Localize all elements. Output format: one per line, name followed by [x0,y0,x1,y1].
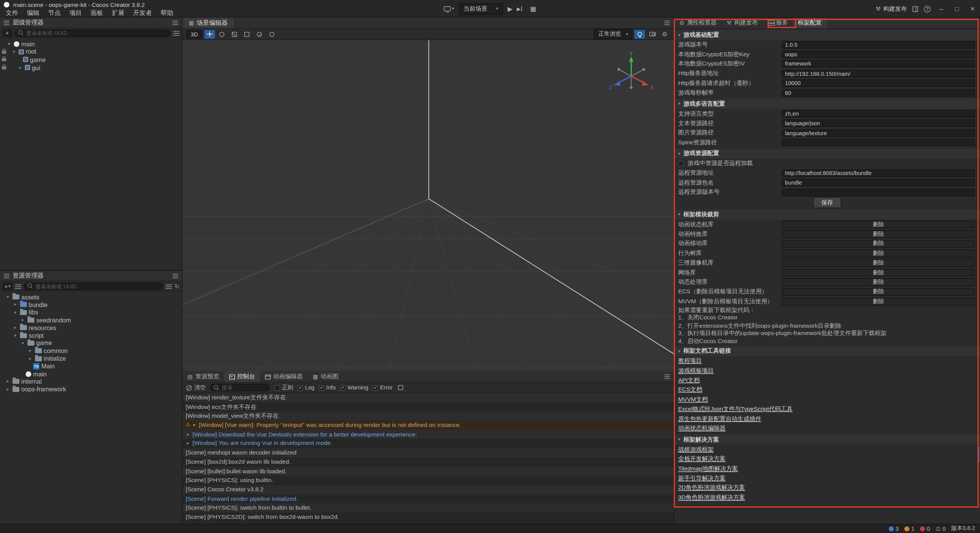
collapse-arrow-icon[interactable] [28,348,33,353]
tab-services[interactable]: 服务 [763,18,793,28]
expand-arrow-icon[interactable] [20,341,26,346]
regex-checkbox[interactable] [274,385,280,391]
hierarchy-node-main[interactable]: main [0,40,182,48]
doc-link[interactable]: API文档 [678,376,699,384]
filter-info[interactable]: Info [319,384,336,391]
hierarchy-node-gui[interactable]: gui [0,64,182,72]
collapse-arrow-icon[interactable] [20,317,26,322]
expand-arrow-icon[interactable] [5,294,11,299]
doc-link[interactable]: ECS文档 [678,386,702,394]
solution-link[interactable]: Tiledmap地图解决方案 [678,465,738,473]
console-log-row[interactable]: [Scene] [PHYSICS]: switch from builtin t… [183,504,674,513]
filter-log[interactable]: Log [297,384,314,391]
step-button[interactable] [517,6,522,12]
info-checkbox[interactable] [319,385,325,391]
languages-input[interactable] [782,110,975,118]
camera-settings-button[interactable] [647,30,658,39]
minimize-button[interactable] [936,5,946,12]
doc-link[interactable]: 动画状态机编辑器 [678,425,725,433]
console-log-row[interactable]: [Scene] [box2d]:box2d wasm lib loaded. [183,458,674,467]
console-log-row[interactable]: [Scene] Cocos Creator v3.8.2 [183,485,674,494]
asset-node-bundle[interactable]: bundle [0,301,182,309]
lock-icon[interactable] [2,66,6,69]
menu-panel[interactable]: 面板 [86,9,108,18]
log-checkbox[interactable] [297,385,303,391]
menu-edit[interactable]: 编辑 [23,9,44,18]
lock-icon[interactable] [2,51,6,54]
console-log-list[interactable]: [Window] render_texture文件夹不存在 [Window] e… [183,393,674,524]
error-count-badge[interactable]: 0 [920,526,930,532]
console-log-row[interactable]: [Window] ecs文件夹不存在 [183,402,674,412]
panel-menu-icon[interactable] [665,374,670,379]
console-search-input[interactable] [222,384,266,391]
crypto-iv-input[interactable] [782,60,975,68]
console-search[interactable] [210,384,270,391]
coordinate-toggle-button[interactable] [266,30,277,39]
menu-project[interactable]: 项目 [65,9,87,18]
menu-developer[interactable]: 开发者 [129,9,156,18]
panel-menu-icon[interactable] [173,20,178,25]
inspector-scrollbar[interactable] [977,446,979,463]
regex-toggle[interactable]: 正则 [274,384,293,392]
hierarchy-node-root[interactable]: root [0,48,182,56]
create-asset-button[interactable] [3,282,13,290]
expand-arrow-icon[interactable] [13,310,18,315]
panel-menu-icon[interactable] [665,21,670,25]
collapse-arrow-icon[interactable] [13,302,18,307]
asset-node-assets[interactable]: assets [0,293,182,301]
move-tool-button[interactable] [204,30,215,39]
sort-assets-icon[interactable] [15,283,21,288]
scale-tool-button[interactable] [229,30,240,39]
assets-filter-icon[interactable] [166,283,172,288]
collapse-arrow-icon[interactable] [13,325,18,330]
console-log-row[interactable]: [Scene] [PHYSICS2D]: switch from box2d-w… [183,513,674,522]
menu-node[interactable]: 节点 [44,9,65,18]
help-button[interactable] [924,5,931,12]
doc-link[interactable]: MVVM文档 [678,396,708,404]
section-language-config[interactable]: 游戏多语言配置 [675,99,980,109]
delete-module-button[interactable]: 删除 [782,269,975,276]
perf-badge[interactable]: 0 [936,526,946,532]
build-publish-button[interactable]: 构建发布 [875,5,907,13]
delete-module-button[interactable]: 删除 [782,230,975,238]
console-log-row-info[interactable]: [Window] You are running Vue in developm… [183,439,674,448]
doc-link[interactable]: Excel格式转Json文件与TypeScript代码工具 [678,405,792,414]
expand-arrow-icon[interactable] [6,41,12,46]
solution-link[interactable]: 战棋游戏框架 [678,446,714,454]
http-timeout-input[interactable] [782,80,975,87]
asset-node-internal[interactable]: internal [0,378,182,386]
section-doc-links[interactable]: 框架文档工具链接 [675,346,980,356]
console-log-row[interactable]: [Window] render_texture文件夹不存在 [183,393,674,402]
collapse-arrow-icon[interactable] [28,356,33,361]
section-basic-config[interactable]: 游戏基础配置 [675,30,980,40]
solution-link[interactable]: 2D角色扮演游戏解决方案 [678,484,745,492]
solution-link[interactable]: 3D角色扮演游戏解决方案 [678,494,745,502]
delete-module-button[interactable]: 删除 [782,250,975,257]
section-solutions[interactable]: 框架解决方案 [675,435,980,445]
collapse-arrow-icon[interactable] [5,379,11,384]
play-button[interactable] [508,5,513,12]
preview-device-button[interactable] [444,6,454,11]
menu-extension[interactable]: 扩展 [108,9,129,18]
pivot-toggle-button[interactable] [254,30,265,39]
remote-load-checkbox[interactable] [678,161,684,167]
filter-warning[interactable]: Warning [340,384,368,391]
fps-input[interactable] [782,89,975,97]
tab-scene-editor[interactable]: 场景编辑器 [183,18,235,28]
crypto-key-input[interactable] [782,51,975,58]
texture-path-input[interactable] [782,129,975,137]
tab-framework-config[interactable]: 框架配置 [793,18,826,28]
asset-node-seedrandom[interactable]: seedrandom [0,316,182,324]
layout-button[interactable] [530,5,536,12]
hierarchy-node-game[interactable]: game [0,56,182,64]
doc-link[interactable]: 原生包热更新配置自动生成插件 [678,415,761,423]
asset-node-main-ts[interactable]: TS Main [0,362,182,370]
delete-module-button[interactable]: 删除 [782,221,975,228]
scene-viewport[interactable]: Y X Z [183,40,674,371]
tab-build-publish[interactable]: 构建发布 [722,18,763,28]
panel-menu-icon[interactable] [173,273,178,278]
section-module-trim[interactable]: 框架模块裁剪 [675,210,980,220]
delete-module-button[interactable]: 删除 [782,240,975,247]
http-server-input[interactable] [782,70,975,78]
console-log-row-info[interactable]: [Window] Download the Vue Devtools exten… [183,430,674,439]
